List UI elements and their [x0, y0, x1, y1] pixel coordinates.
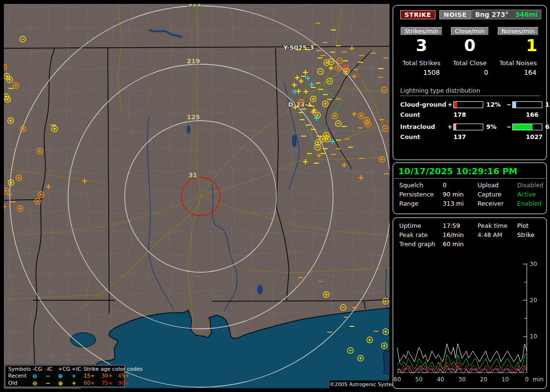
status-state: Enabled — [517, 200, 542, 207]
svg-text:20: 20 — [480, 376, 487, 383]
noise-toggle-button[interactable]: NOISE — [439, 10, 471, 19]
trend-series — [397, 355, 527, 369]
bearing-value: Bng 273° — [475, 11, 508, 18]
legend-symbol: ⊕ — [58, 380, 72, 387]
datetime-display: 10/17/2025 10:29:16 PM — [398, 166, 541, 176]
plus-bar — [453, 101, 483, 108]
legend-header: +CG — [58, 366, 72, 373]
minus-sign: − — [506, 123, 512, 130]
bearing-distance-readout: Bng 273° 346mi — [472, 10, 541, 19]
plus-bar — [453, 124, 483, 130]
legend-symbol: + — [72, 373, 84, 379]
counter-col: Strikes/min 3 Total Strikes 1508 — [397, 26, 446, 76]
count-label: Count — [400, 133, 447, 140]
minus-pct: 11% — [542, 101, 550, 108]
svg-text:31: 31 — [188, 171, 197, 179]
session-label: Trend graph — [399, 240, 443, 248]
legend-header: +IC — [72, 366, 84, 373]
legend-symbol: − — [45, 373, 58, 379]
status-label: Receiver — [478, 200, 517, 207]
session-label: 4:48 AM — [478, 231, 517, 238]
map-legend: Symbols-CG-IC+CG+ICStrike age color code… — [5, 365, 125, 387]
count-row: Count 178 166 — [400, 111, 543, 118]
dist-label: Intracloud — [400, 123, 447, 130]
plus-sign: + — [447, 101, 453, 108]
legend-age-code: 30+ — [101, 373, 118, 379]
session-label — [478, 240, 517, 248]
distribution-row: Cloud-ground + 12% − 11% — [400, 101, 543, 108]
session-label: Uptime — [399, 222, 443, 229]
svg-text:40: 40 — [437, 376, 444, 383]
status-label: Persistence — [399, 191, 443, 198]
strike-toggle-button[interactable]: STRIKE — [400, 10, 435, 19]
legend-symbol: ⊕ — [58, 373, 72, 379]
rate-button[interactable]: Strikes/min — [401, 27, 442, 35]
total-value: 164 — [494, 69, 542, 76]
legend-header: -IC — [45, 366, 58, 373]
svg-text:10: 10 — [530, 333, 537, 340]
svg-text:10: 10 — [502, 376, 509, 383]
status-row: Range 313 mi Receiver Enabled — [399, 200, 542, 207]
legend-age-code: 75+ — [101, 380, 118, 387]
status-panel: 10/17/2025 10:29:16 PM Squelch 0 Upload … — [392, 162, 547, 214]
trend-series — [397, 344, 527, 362]
nexstorm-window: { "header": {"strike_btn":"STRIKE","nois… — [0, 0, 550, 392]
total-label: Total Strikes — [397, 59, 446, 67]
status-value: 0 — [443, 182, 478, 189]
trend-series — [397, 369, 527, 373]
rate-value: 0 — [446, 36, 494, 55]
copyright-label: ©2005 Astrogenic Systems — [330, 380, 390, 389]
svg-text:30: 30 — [530, 261, 537, 267]
status-label: Capture — [478, 191, 517, 198]
session-value: 16/min — [443, 231, 478, 238]
session-value: 60 min — [443, 240, 478, 248]
minus-count: 166 — [526, 111, 543, 118]
session-value: Strike — [517, 231, 542, 238]
distribution-title: Lightning type distribution — [400, 87, 540, 96]
minus-pct: 68% — [542, 123, 550, 130]
rate-value: 3 — [397, 36, 446, 55]
legend-age-code: 90+ — [118, 380, 134, 387]
session-row: Trend graph 60 min — [399, 240, 542, 248]
total-value: 1508 — [397, 69, 446, 76]
minus-count: 1027 — [526, 133, 543, 140]
svg-text:min: min — [533, 376, 544, 383]
legend-symbol: + — [72, 380, 84, 387]
status-state: Active — [517, 191, 542, 198]
minus-sign: − — [506, 101, 512, 108]
svg-text:30: 30 — [458, 376, 465, 383]
svg-text:219: 219 — [187, 57, 200, 65]
trend-series — [397, 362, 527, 373]
rate-button[interactable]: Noises/min — [498, 27, 539, 35]
status-label: Squelch — [399, 182, 443, 189]
total-label: Total Noises — [494, 59, 542, 67]
rate-value: 1 — [494, 36, 542, 55]
divider — [394, 178, 545, 179]
svg-text:60: 60 — [393, 376, 401, 383]
legend-symbol: ⊖ — [32, 373, 45, 379]
session-panel: Uptime 17:59 Peak time PlotPeak rate 16/… — [392, 217, 547, 389]
status-value: 90 min — [443, 191, 478, 198]
minus-bar — [512, 124, 542, 130]
status-row: Persistence 90 min Capture Active — [399, 191, 542, 198]
legend-header: -CG — [32, 366, 45, 373]
distance-value: 346mi — [515, 11, 538, 18]
status-row: Squelch 0 Upload Disabled — [399, 182, 542, 189]
legend-symbol: − — [45, 380, 58, 387]
legend-age-code: 60+ — [84, 380, 101, 387]
session-label: Peak time — [478, 222, 517, 229]
rate-counters: Strikes/min 3 Total Strikes 1508Close/mi… — [397, 26, 542, 76]
status-state: Disabled — [517, 182, 543, 189]
svg-text:0: 0 — [525, 376, 529, 383]
svg-text:20: 20 — [530, 297, 537, 304]
legend-row-label: Old — [8, 380, 32, 387]
lightning-map[interactable]: 31321912531 Y-5075-3D-23-1 Symbols-CG-IC… — [4, 4, 390, 389]
legend-age-header: Strike age color codes — [84, 366, 134, 373]
status-label: Upload — [478, 182, 517, 189]
map-canvas: 31321912531 Y-5075-3D-23-1 — [4, 4, 390, 389]
session-value — [517, 240, 542, 248]
rate-button[interactable]: Close/min — [451, 27, 489, 35]
session-value: 17:59 — [443, 222, 478, 229]
trend-graph: 1020306050403020100min — [393, 260, 546, 389]
plus-sign: + — [447, 123, 453, 130]
